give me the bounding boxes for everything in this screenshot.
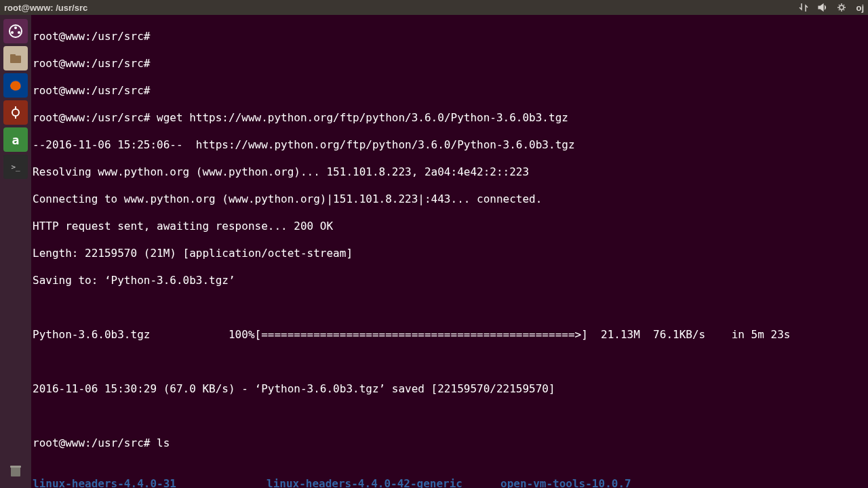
prompt: root@www:/usr/src# [33,84,150,97]
wget-out: HTTP request sent, awaiting response... … [33,220,867,233]
cmd-ls: ls [157,436,170,449]
svg-rect-10 [15,116,16,119]
software-icon[interactable] [3,100,28,125]
system-tray: oj [799,3,864,13]
wget-out: --2016-11-06 15:25:06-- https://www.pyth… [33,138,867,152]
prompt: root@www:/usr/src# [33,436,150,449]
svg-point-2 [14,26,17,29]
amazon-icon[interactable]: a [3,127,28,152]
ls-dir: linux-headers-4.4.0-42-generic [267,477,500,488]
top-panel: root@www: /usr/src oj [0,0,868,15]
terminal-icon[interactable]: >_ [3,155,28,179]
window-title: root@www: /usr/src [4,3,799,13]
prompt: root@www:/usr/src# [33,57,150,70]
svg-point-8 [12,109,19,116]
wget-out: Resolving www.python.org (www.python.org… [33,165,867,179]
prompt: root@www:/usr/src# [33,111,150,124]
svg-rect-12 [10,466,21,468]
user-label[interactable]: oj [856,3,864,13]
trash-icon[interactable] [3,458,28,483]
wget-progress: Python-3.6.0b3.tgz 100%[================… [33,328,867,342]
terminal-output[interactable]: root@www:/usr/src# root@www:/usr/src# ro… [31,15,868,488]
svg-rect-11 [11,467,20,476]
cmd-wget: wget https://www.python.org/ftp/python/3… [157,111,568,124]
ls-dir: open-vm-tools-10.0.7 [500,477,631,488]
svg-point-3 [11,31,14,34]
firefox-icon[interactable] [3,73,28,98]
wget-out: 2016-11-06 15:30:29 (67.0 KB/s) - ‘Pytho… [33,382,867,396]
wget-out: Connecting to www.python.org (www.python… [33,192,867,206]
wget-out: Saving to: ‘Python-3.6.0b3.tgz’ [33,274,867,287]
wget-out: Length: 22159570 (21M) [application/octe… [33,247,867,260]
unity-launcher: a >_ [0,15,31,488]
svg-point-0 [840,5,844,9]
dash-icon[interactable] [3,19,28,43]
gear-icon[interactable] [837,3,846,12]
prompt: root@www:/usr/src# [33,30,150,43]
sound-icon[interactable] [818,3,827,12]
files-icon[interactable] [3,46,28,70]
svg-rect-6 [10,54,16,57]
svg-point-4 [18,31,20,34]
network-icon[interactable] [799,3,808,12]
ls-dir: linux-headers-4.4.0-31 [33,477,267,488]
ls-output: linux-headers-4.4.0-31linux-headers-4.4.… [33,464,867,488]
svg-rect-9 [15,106,16,109]
